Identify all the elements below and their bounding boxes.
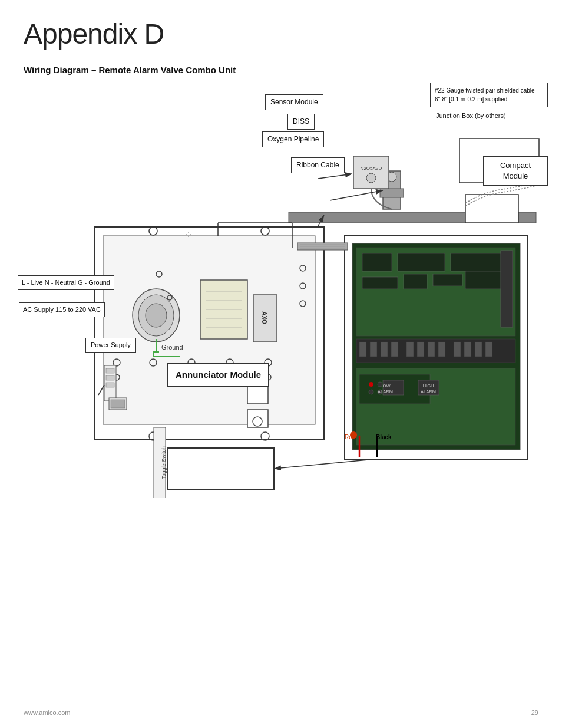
svg-rect-45 [398, 253, 445, 271]
svg-rect-59 [428, 342, 435, 357]
ribbon-cable-label: Ribbon Cable [291, 157, 345, 173]
svg-rect-49 [433, 274, 462, 286]
svg-rect-54 [370, 342, 377, 357]
svg-rect-51 [501, 251, 513, 327]
gauge-note-label: #22 Gauge twisted pair shielded cable 6"… [430, 83, 548, 107]
svg-point-82 [366, 173, 376, 183]
svg-rect-63 [475, 342, 482, 357]
svg-text:AXO: AXO [261, 311, 267, 324]
svg-rect-80 [353, 156, 389, 189]
svg-rect-40 [111, 400, 125, 408]
svg-rect-89 [168, 448, 274, 489]
svg-rect-53 [359, 342, 366, 357]
svg-text:ALARM: ALARM [421, 389, 436, 394]
svg-point-70 [369, 390, 373, 394]
svg-text:Red: Red [345, 434, 355, 440]
junction-box-label: Junction Box (by others) [436, 111, 506, 120]
svg-text:N2O5AVD: N2O5AVD [361, 166, 382, 171]
power-supply-label: Power Supply [85, 338, 136, 353]
diagram-container: AXO [18, 85, 548, 498]
svg-rect-64 [485, 342, 492, 357]
svg-rect-57 [406, 342, 414, 357]
svg-rect-58 [417, 342, 424, 357]
annunciator-module-label: Annunciator Module [167, 363, 269, 387]
svg-text:LOW: LOW [380, 383, 391, 388]
svg-rect-61 [454, 342, 461, 357]
svg-rect-44 [362, 253, 392, 271]
svg-point-69 [369, 382, 373, 387]
svg-rect-78 [380, 189, 404, 197]
section-heading: Wiring Diagram – Remote Alarm Valve Comb… [24, 65, 236, 75]
compact-module-label: Compact Module [483, 156, 548, 186]
svg-rect-38 [106, 383, 114, 387]
svg-rect-28 [247, 386, 268, 404]
svg-rect-29 [247, 410, 268, 427]
svg-text:Ground: Ground [161, 344, 183, 351]
page-title: Appendix D [24, 18, 164, 50]
svg-text:Black: Black [376, 434, 392, 440]
svg-rect-56 [391, 342, 398, 357]
svg-text:HIGH: HIGH [423, 383, 434, 388]
footer: www.amico.com 29 [24, 709, 538, 716]
svg-rect-60 [438, 342, 445, 357]
svg-rect-36 [106, 368, 114, 373]
svg-text:ALARM: ALARM [378, 389, 393, 394]
diss-label: DISS [287, 114, 315, 130]
svg-rect-55 [381, 342, 388, 357]
svg-rect-47 [362, 277, 398, 289]
svg-line-91 [318, 174, 352, 179]
footer-page: 29 [531, 709, 538, 716]
svg-rect-37 [106, 375, 114, 380]
footer-website: www.amico.com [24, 709, 70, 716]
svg-point-7 [146, 304, 167, 327]
svg-line-97 [274, 460, 368, 469]
svg-rect-62 [464, 342, 471, 357]
oxygen-pipeline-label: Oxygen Pipeline [262, 131, 324, 147]
sensor-module-label: Sensor Module [265, 94, 323, 110]
ac-supply-label: AC Supply 115 to 220 VAC [19, 302, 105, 317]
lng-label: L - Live N - Neutral G - Ground [18, 275, 114, 290]
svg-text:Toggle Switch: Toggle Switch [161, 446, 167, 479]
svg-rect-48 [404, 274, 427, 289]
